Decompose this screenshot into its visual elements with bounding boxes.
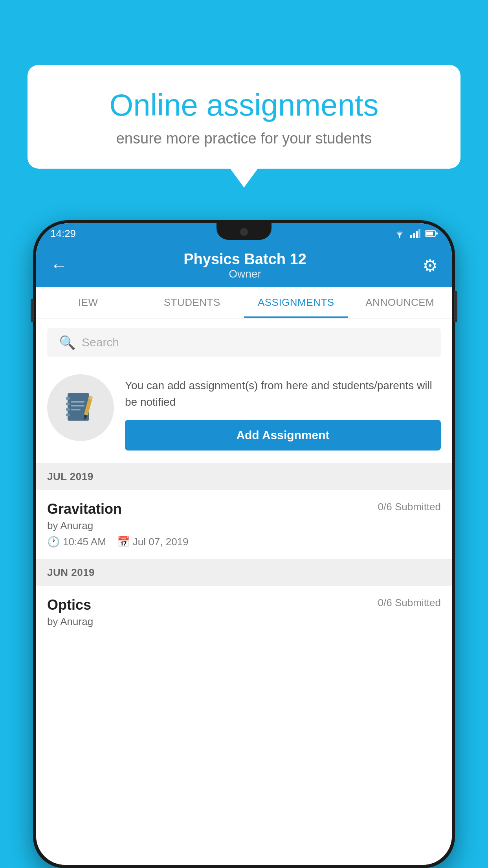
tabs-container: IEW STUDENTS ASSIGNMENTS ANNOUNCEM [36, 287, 452, 318]
clock-icon: 🕐 [47, 536, 60, 548]
assignment-row1-optics: Optics 0/6 Submitted [47, 597, 441, 613]
assignment-by-optics: by Anurag [47, 616, 441, 628]
signal-icon [410, 229, 420, 238]
svg-rect-4 [418, 229, 420, 238]
bubble-title: Online assignments [55, 88, 433, 122]
add-assignment-button[interactable]: Add Assignment [125, 420, 441, 451]
svg-rect-15 [71, 409, 81, 410]
settings-button[interactable]: ⚙ [422, 256, 438, 276]
svg-rect-12 [66, 414, 70, 416]
assignment-by: by Anurag [47, 520, 441, 532]
promo-text: You can add assignment(s) from here and … [125, 377, 441, 410]
status-time: 14:29 [50, 228, 76, 240]
speech-bubble: Online assignments ensure more practice … [28, 65, 460, 169]
assignment-meta: 🕐 10:45 AM 📅 Jul 07, 2019 [47, 536, 441, 548]
app-bar-title: Physics Batch 12 [183, 251, 306, 268]
phone-frame: 14:29 [33, 220, 455, 868]
section-header-jun: JUN 2019 [36, 559, 452, 586]
back-button[interactable]: ← [50, 256, 68, 275]
svg-point-0 [399, 236, 400, 238]
svg-rect-11 [66, 408, 70, 411]
assignment-date: 📅 Jul 07, 2019 [117, 536, 189, 548]
assignment-time: 🕐 10:45 AM [47, 536, 106, 548]
status-bar: 14:29 [36, 223, 452, 244]
assignment-item-gravitation[interactable]: Gravitation 0/6 Submitted by Anurag 🕐 10… [36, 490, 452, 559]
promo-icon-circle [47, 374, 114, 441]
search-input[interactable]: Search [82, 336, 119, 349]
assignment-submitted-optics: 0/6 Submitted [378, 597, 441, 609]
app-bar-subtitle: Owner [183, 268, 306, 280]
app-bar-center: Physics Batch 12 Owner [183, 251, 306, 280]
svg-rect-14 [71, 405, 84, 406]
bubble-subtitle: ensure more practice for your students [55, 130, 433, 147]
status-icons [394, 229, 438, 238]
wifi-icon [394, 229, 405, 238]
svg-rect-6 [426, 232, 433, 235]
assignment-submitted: 0/6 Submitted [378, 501, 441, 513]
assignment-name: Gravitation [47, 501, 122, 517]
search-bar[interactable]: 🔍 Search [47, 328, 441, 357]
volume-button [31, 299, 34, 322]
search-icon: 🔍 [59, 335, 75, 350]
svg-rect-3 [416, 231, 418, 238]
tab-iew[interactable]: IEW [36, 287, 140, 318]
svg-rect-9 [66, 397, 70, 400]
svg-rect-10 [66, 403, 70, 405]
notebook-icon [63, 390, 98, 425]
content-area: 🔍 Search [36, 318, 452, 865]
battery-icon [425, 230, 438, 237]
front-camera [240, 228, 248, 236]
svg-rect-7 [436, 232, 438, 235]
assignment-row1: Gravitation 0/6 Submitted [47, 501, 441, 517]
promo-right: You can add assignment(s) from here and … [125, 374, 441, 451]
section-header-jul: JUL 2019 [36, 463, 452, 490]
tab-students[interactable]: STUDENTS [140, 287, 244, 318]
date-value: Jul 07, 2019 [133, 536, 189, 548]
phone-screen: 14:29 [36, 223, 452, 865]
promo-section: You can add assignment(s) from here and … [36, 365, 452, 463]
svg-rect-2 [413, 233, 415, 238]
assignment-item-optics[interactable]: Optics 0/6 Submitted by Anurag [36, 586, 452, 643]
power-button [454, 291, 457, 322]
notch [216, 223, 272, 240]
assignment-name-optics: Optics [47, 597, 91, 613]
svg-rect-13 [71, 401, 84, 403]
app-bar: ← Physics Batch 12 Owner ⚙ [36, 244, 452, 287]
time-value: 10:45 AM [63, 536, 106, 548]
calendar-icon: 📅 [117, 536, 130, 548]
speech-bubble-container: Online assignments ensure more practice … [28, 65, 460, 169]
svg-rect-1 [410, 235, 412, 238]
tab-announcements[interactable]: ANNOUNCEM [348, 287, 452, 318]
tab-assignments[interactable]: ASSIGNMENTS [244, 287, 348, 318]
